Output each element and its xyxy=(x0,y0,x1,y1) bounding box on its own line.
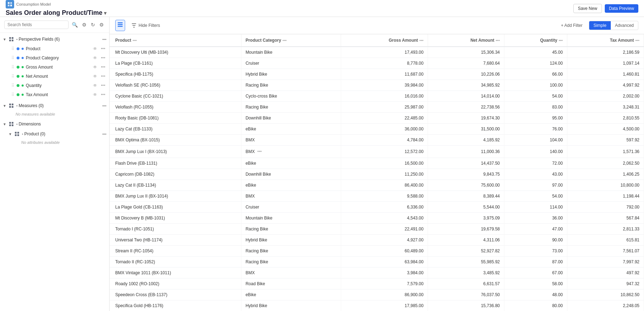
field-sub-dot xyxy=(22,94,24,96)
cell-gross: 6,336.00 xyxy=(341,202,428,213)
cell-net: 11,000.36 xyxy=(428,146,504,158)
svg-rect-13 xyxy=(12,122,13,124)
cell-qty: 66.00 xyxy=(504,69,567,80)
table-row: Tornado II (RC-1052) Racing Bike 63,984.… xyxy=(110,257,644,268)
col-more-tax[interactable]: ••• xyxy=(635,38,639,42)
save-new-button[interactable]: Save New xyxy=(573,4,602,13)
data-preview-button[interactable]: Data Preview xyxy=(605,4,638,13)
product-no-attributes: No attributes available xyxy=(6,139,109,146)
page-title-chevron-icon[interactable]: ▾ xyxy=(104,10,106,16)
search-input[interactable] xyxy=(4,20,69,29)
field-visibility-button[interactable]: 👁 xyxy=(92,74,98,79)
col-more-qty[interactable]: ••• xyxy=(559,38,563,42)
expand-icon: ▼ xyxy=(3,122,7,126)
field-visibility-button[interactable]: 👁 xyxy=(92,46,98,52)
table-row: Capricorn (DB-1082) Downhill Bike 11,250… xyxy=(110,169,644,180)
cell-net: 76,037.50 xyxy=(428,289,504,300)
perspective-fields-section-header[interactable]: ▼ • Perspective Fields (6) ••• xyxy=(0,34,109,44)
cell-gross: 63,984.00 xyxy=(341,257,428,268)
field-dot-icon xyxy=(17,57,19,59)
field-more-button[interactable]: ••• xyxy=(100,74,106,79)
cell-product: Universal Two (HB-1174) xyxy=(110,235,241,246)
search-icon-button[interactable]: 🔍 xyxy=(71,21,79,29)
product-subsection-header[interactable]: ▼ • Product (0) ••• xyxy=(6,129,109,139)
field-item-gross-amount[interactable]: ⠿ Gross Amount 👁 ••• xyxy=(0,63,109,72)
field-more-button[interactable]: ••• xyxy=(100,46,106,52)
cell-category: eBike xyxy=(241,289,341,300)
field-sub-dot xyxy=(22,84,24,87)
field-more-button[interactable]: ••• xyxy=(100,55,106,61)
field-name-product-category: Product Category xyxy=(26,55,92,60)
field-item-tax-amount[interactable]: ⠿ Tax Amount 👁 ••• xyxy=(0,90,109,99)
cell-gross: 16,500.00 xyxy=(341,158,428,169)
field-visibility-button[interactable]: 👁 xyxy=(92,55,98,61)
col-header-quantity: Quantity ••• xyxy=(504,34,567,47)
field-more-button[interactable]: ••• xyxy=(100,64,106,70)
cell-gross: 86,900.00 xyxy=(341,289,428,300)
cell-product: Capricorn (DB-1082) xyxy=(110,169,241,180)
field-actions: 👁 ••• xyxy=(92,55,106,61)
table-view-button[interactable] xyxy=(115,20,125,31)
field-visibility-button[interactable]: 👁 xyxy=(92,92,98,98)
app-name: Consumption Model xyxy=(16,2,51,6)
field-visibility-button[interactable]: 👁 xyxy=(92,64,98,70)
cell-qty: 58.00 xyxy=(504,278,567,289)
cell-net: 5,544.00 xyxy=(428,202,504,213)
col-more-product[interactable]: ••• xyxy=(133,38,137,42)
field-item-net-amount[interactable]: ⠿ Net Amount 👁 ••• xyxy=(0,72,109,81)
field-actions: 👁 ••• xyxy=(92,64,106,70)
cell-product: La Plage (CB-1161) xyxy=(110,58,241,69)
settings-button[interactable]: ⚙ xyxy=(98,21,105,29)
filter-fields-button[interactable]: ⚙ xyxy=(81,21,88,29)
expand-icon: ▼ xyxy=(3,104,7,108)
field-more-button[interactable]: ••• xyxy=(100,83,106,88)
advanced-view-button[interactable]: Advanced xyxy=(611,21,638,30)
svg-rect-10 xyxy=(9,106,11,108)
dimensions-section-header[interactable]: ▼ • Dimensions xyxy=(0,119,109,129)
measures-section-header[interactable]: ▼ • Measures (0) ••• xyxy=(0,101,109,111)
perspective-section-label: Perspective Fields (6) xyxy=(19,37,101,42)
add-filter-button[interactable]: + Add Filter xyxy=(557,21,586,30)
hide-filters-button[interactable]: Hide Filters xyxy=(128,21,164,30)
product-subsection-label: Product (0) xyxy=(24,131,101,136)
cell-qty: 104.00 xyxy=(504,135,567,146)
cell-gross: 22,485.00 xyxy=(341,113,428,124)
cell-product: Specifica (HB-1175) xyxy=(110,69,241,80)
cell-tax: 7,561.07 xyxy=(567,246,644,257)
cell-category: BMX xyxy=(241,135,341,146)
table-row: BMX Optima (BX-1015) BMX 4,784.00 4,185.… xyxy=(110,135,644,146)
field-item-quantity[interactable]: ⠿ Quantity 👁 ••• xyxy=(0,81,109,90)
expand-icon: ▼ xyxy=(8,132,13,136)
simple-view-button[interactable]: Simple xyxy=(589,21,611,30)
field-more-button[interactable]: ••• xyxy=(100,92,106,98)
svg-rect-9 xyxy=(12,104,13,105)
cell-gross: 39,984.00 xyxy=(341,80,428,91)
measures-section-more[interactable]: ••• xyxy=(102,104,106,108)
col-more-category[interactable]: ••• xyxy=(282,38,287,42)
refresh-button[interactable]: ↻ xyxy=(90,21,96,29)
product-subsection-more[interactable]: ••• xyxy=(102,132,106,136)
perspective-icon xyxy=(8,36,14,42)
col-more-gross[interactable]: ••• xyxy=(420,38,424,42)
cell-gross: 60,489.00 xyxy=(341,246,428,257)
svg-rect-14 xyxy=(9,124,11,126)
dimensions-icon xyxy=(8,121,14,127)
cell-tax: 497.92 xyxy=(567,268,644,278)
perspective-section-more[interactable]: ••• xyxy=(102,37,106,41)
cell-gross: 4,784.00 xyxy=(341,135,428,146)
product-subsection: ▼ • Product (0) ••• No attributes availa… xyxy=(0,129,109,146)
cell-category: Downhill Bike xyxy=(241,113,341,124)
field-actions: 👁 ••• xyxy=(92,83,106,88)
dimensions-section-label: Dimensions xyxy=(19,122,106,127)
col-more-net[interactable]: ••• xyxy=(496,38,500,42)
cell-more-button[interactable]: ••• xyxy=(256,148,263,155)
cell-qty: 87.00 xyxy=(504,257,567,268)
cell-product: BMX Jump Lux II (BX-1014) xyxy=(110,191,241,202)
field-dot-icon xyxy=(17,84,19,87)
field-item-product-category[interactable]: ⠿ Product Category 👁 ••• xyxy=(0,53,109,63)
field-visibility-button[interactable]: 👁 xyxy=(92,83,98,88)
cell-tax: 10,800.00 xyxy=(567,180,644,191)
cell-category: eBike xyxy=(241,180,341,191)
cell-category: Road Bike xyxy=(241,278,341,289)
field-item-product[interactable]: ⠿ Product 👁 ••• xyxy=(0,44,109,53)
